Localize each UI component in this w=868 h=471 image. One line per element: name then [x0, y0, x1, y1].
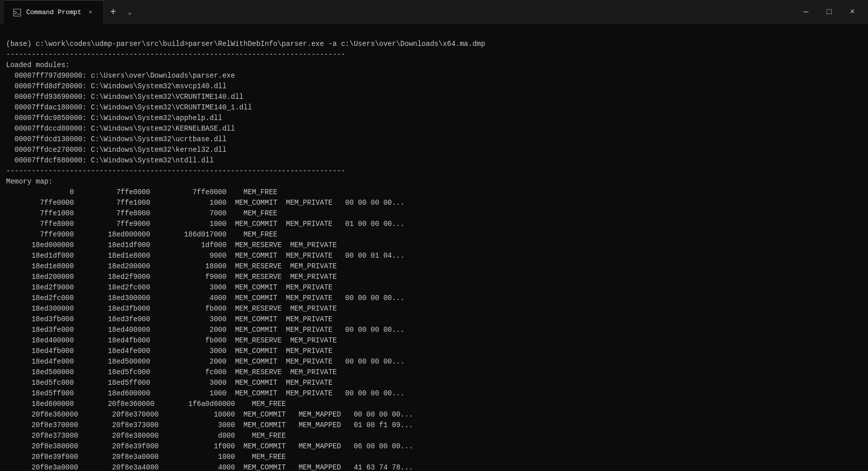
terminal-line: 7ffe9000 18ed000000 186d017000 MEM_FREE [6, 229, 862, 240]
terminal-line: 20f8e373000 20f8e380000 d000 MEM_FREE [6, 431, 862, 441]
terminal-line: 18ed600000 20f8e360000 1f6a0d60000 MEM_F… [6, 399, 862, 409]
svg-rect-0 [14, 9, 21, 16]
terminal-line: 18ed2fc000 18ed300000 4000 MEM_COMMIT ME… [6, 293, 862, 304]
terminal-line: 20f8e360000 20f8e370000 10000 MEM_COMMIT… [6, 409, 862, 420]
terminal-line: Loaded modules: [6, 60, 862, 71]
terminal-line: 00007ffdce270000: C:\Windows\System32\ke… [6, 145, 862, 155]
window-controls: — □ × [794, 0, 864, 24]
terminal-line: 18ed3fe000 18ed400000 2000 MEM_COMMIT ME… [6, 325, 862, 335]
terminal-content: (base) c:\work\codes\udmp-parser\src\bui… [0, 24, 868, 471]
terminal-line: 18ed2f9000 18ed2fc000 3000 MEM_COMMIT ME… [6, 282, 862, 293]
terminal-line: 18ed000000 18ed1df000 1df000 MEM_RESERVE… [6, 240, 862, 251]
tab-close-button[interactable]: × [85, 8, 95, 18]
terminal-line: 20f8e370000 20f8e373000 3000 MEM_COMMIT … [6, 420, 862, 431]
tab-area: Command Prompt × + ⌄ [4, 0, 137, 24]
new-tab-button[interactable]: + [104, 0, 122, 24]
tab-dropdown-button[interactable]: ⌄ [122, 0, 137, 24]
close-button[interactable]: × [841, 0, 864, 24]
terminal-line: 18ed5fc000 18ed5ff000 3000 MEM_COMMIT ME… [6, 378, 862, 388]
terminal-line: (base) c:\work\codes\udmp-parser\src\bui… [6, 39, 862, 49]
terminal-line: 00007ff797d90000: c:\Users\over\Download… [6, 71, 862, 81]
terminal-line: 18ed1df000 18ed1e8000 9000 MEM_COMMIT ME… [6, 251, 862, 261]
terminal-line: 00007ffdc9850000: C:\Windows\System32\ap… [6, 113, 862, 124]
terminal-line: ----------------------------------------… [6, 49, 862, 60]
active-tab[interactable]: Command Prompt × [4, 0, 104, 24]
terminal-line: 20f8e3a0000 20f8e3a4000 4000 MEM_COMMIT … [6, 462, 862, 471]
titlebar: Command Prompt × + ⌄ — □ × [0, 0, 868, 24]
terminal-line: 18ed1e8000 18ed200000 18000 MEM_RESERVE … [6, 261, 862, 272]
terminal-line: 18ed5ff000 18ed600000 1000 MEM_COMMIT ME… [6, 388, 862, 399]
minimize-button[interactable]: — [794, 0, 818, 24]
terminal-icon [12, 8, 22, 18]
terminal-line: 18ed4fb000 18ed4fe000 3000 MEM_COMMIT ME… [6, 346, 862, 357]
terminal-line: 18ed500000 18ed5fc000 fc000 MEM_RESERVE … [6, 367, 862, 378]
tab-title: Command Prompt [26, 9, 81, 16]
terminal-line: 18ed200000 18ed2f9000 f9000 MEM_RESERVE … [6, 272, 862, 282]
terminal-line: 20f8e39f000 20f8e3a0000 1000 MEM_FREE [6, 452, 862, 462]
terminal-line: 00007ffdac180000: C:\Windows\System32\VC… [6, 102, 862, 113]
terminal-line: Memory map: [6, 176, 862, 187]
terminal-line: 18ed3fb000 18ed3fe000 3000 MEM_COMMIT ME… [6, 314, 862, 325]
terminal-line: 00007ffdcf680000: C:\Windows\System32\nt… [6, 155, 862, 166]
terminal-line: 00007ffd8df20000: C:\Windows\System32\ms… [6, 81, 862, 92]
terminal-line: 00007ffdccd80000: C:\Windows\System32\KE… [6, 124, 862, 134]
terminal-line: 00007ffd93690000: C:\Windows\System32\VC… [6, 92, 862, 102]
terminal-line: 0 7ffe0000 7ffe0000 MEM_FREE [6, 187, 862, 198]
terminal-line: 18ed400000 18ed4fb000 fb000 MEM_RESERVE … [6, 335, 862, 346]
terminal-line: 7ffe0000 7ffe1000 1000 MEM_COMMIT MEM_PR… [6, 198, 862, 208]
terminal-line: 00007ffdcd130000: C:\Windows\System32\uc… [6, 134, 862, 145]
terminal-line: 18ed300000 18ed3fb000 fb000 MEM_RESERVE … [6, 304, 862, 314]
terminal-line: 20f8e380000 20f8e39f000 1f000 MEM_COMMIT… [6, 441, 862, 452]
terminal-line: ----------------------------------------… [6, 166, 862, 176]
terminal-line: 18ed4fe000 18ed500000 2000 MEM_COMMIT ME… [6, 357, 862, 367]
terminal-line: 7ffe8000 7ffe9000 1000 MEM_COMMIT MEM_PR… [6, 219, 862, 229]
maximize-button[interactable]: □ [818, 0, 841, 24]
terminal-line: 7ffe1000 7ffe8000 7000 MEM_FREE [6, 208, 862, 219]
